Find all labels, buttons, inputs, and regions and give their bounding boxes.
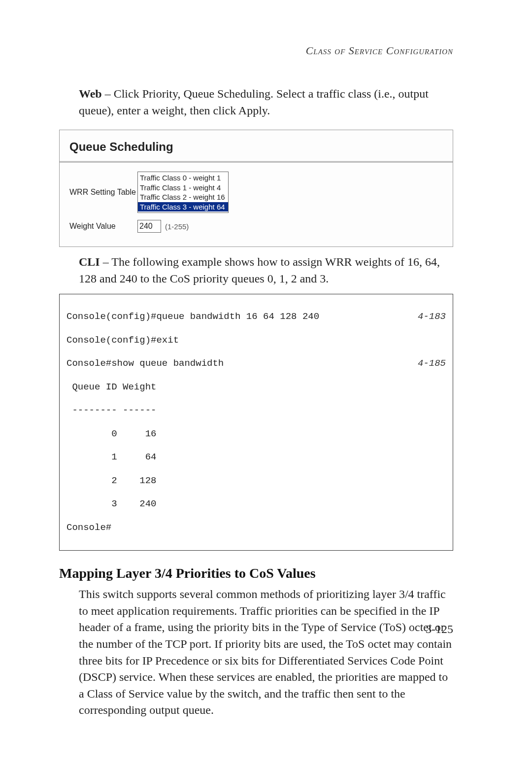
- cli-line-4: Queue ID Weight: [66, 382, 446, 393]
- cli-line-10: Console#: [66, 522, 446, 534]
- section-heading: Mapping Layer 3/4 Priorities to CoS Valu…: [59, 565, 453, 581]
- cli-line-8: 2 128: [66, 475, 446, 487]
- cli-ref-3: 4-185: [418, 358, 446, 370]
- cli-line-2: Console(config)#exit: [66, 335, 446, 347]
- wrr-setting-row: WRR Setting Table Traffic Class 0 - weig…: [69, 172, 443, 213]
- weight-value-hint: (1-255): [165, 222, 189, 231]
- cli-line-6: 0 16: [66, 428, 446, 440]
- figure-divider: [60, 161, 453, 163]
- cli-text: – The following example shows how to ass…: [79, 255, 440, 285]
- cli-line-1: Console(config)#queue bandwidth 16 64 12…: [66, 311, 446, 323]
- web-paragraph: Web – Click Priority, Queue Scheduling. …: [79, 86, 453, 119]
- weight-value-input[interactable]: [137, 220, 161, 233]
- cli-line-3: Console#show queue bandwidth4-185: [66, 358, 446, 370]
- section-body: This switch supports several common meth…: [79, 586, 453, 719]
- cli-output-box: Console(config)#queue bandwidth 16 64 12…: [59, 294, 453, 551]
- traffic-class-option-3[interactable]: Traffic Class 3 - weight 64: [138, 202, 228, 212]
- wrr-setting-listbox[interactable]: Traffic Class 0 - weight 1 Traffic Class…: [137, 172, 229, 213]
- page-number: 3-125: [426, 623, 453, 636]
- traffic-class-option-0[interactable]: Traffic Class 0 - weight 1: [138, 173, 228, 183]
- web-text: – Click Priority, Queue Scheduling. Sele…: [79, 87, 429, 117]
- figure-title: Queue Scheduling: [69, 140, 443, 154]
- cli-ref-1: 4-183: [418, 311, 446, 323]
- cli-lead: CLI: [79, 255, 100, 268]
- traffic-class-option-2[interactable]: Traffic Class 2 - weight 16: [138, 192, 228, 202]
- cli-line-9: 3 240: [66, 498, 446, 510]
- wrr-setting-label: WRR Setting Table: [69, 188, 137, 197]
- queue-scheduling-figure: Queue Scheduling WRR Setting Table Traff…: [59, 130, 453, 247]
- cli-line-7: 1 64: [66, 452, 446, 463]
- running-header: Class of Service Configuration: [59, 44, 453, 57]
- web-lead: Web: [79, 87, 102, 100]
- cli-line-5: -------- ------: [66, 405, 446, 417]
- traffic-class-option-1[interactable]: Traffic Class 1 - weight 4: [138, 183, 228, 193]
- weight-value-label: Weight Value: [69, 222, 137, 231]
- cli-cmd-3: Console#show queue bandwidth: [66, 358, 224, 370]
- cli-cmd-1: Console(config)#queue bandwidth 16 64 12…: [66, 311, 319, 323]
- weight-value-row: Weight Value (1-255): [69, 220, 443, 233]
- cli-paragraph: CLI – The following example shows how to…: [79, 254, 453, 287]
